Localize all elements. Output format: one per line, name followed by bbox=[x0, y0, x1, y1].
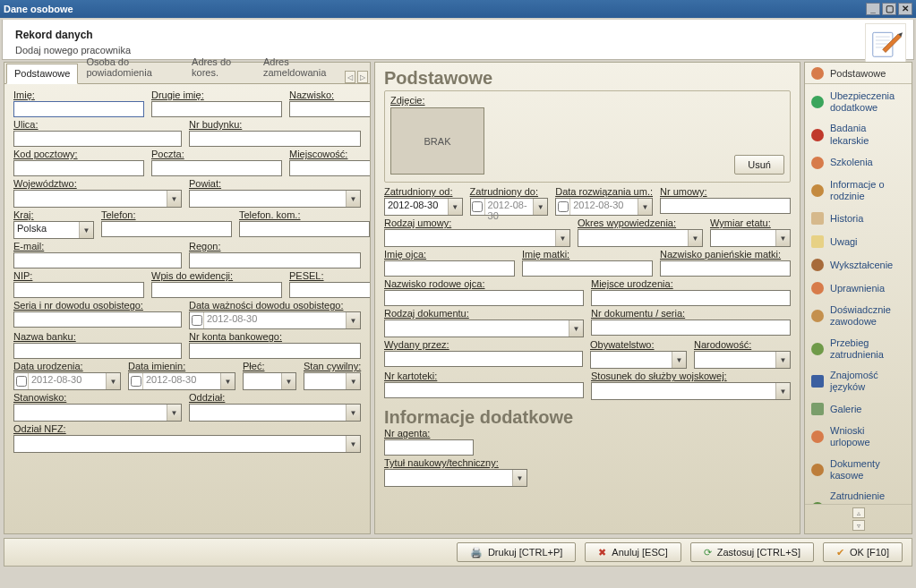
workload-combo[interactable]: ▼ bbox=[710, 229, 791, 247]
street-input[interactable] bbox=[13, 131, 182, 147]
mother-name-input[interactable] bbox=[522, 260, 653, 277]
mother-maiden-input[interactable] bbox=[660, 260, 791, 277]
military-combo[interactable]: ▼ bbox=[591, 382, 791, 400]
father-family-input[interactable] bbox=[384, 290, 584, 306]
tab-scroll-right-icon[interactable]: ▷ bbox=[357, 71, 368, 83]
label-bank: Nazwa banku: bbox=[13, 331, 182, 342]
voivodeship-combo[interactable]: ▼ bbox=[13, 190, 182, 208]
ok-button[interactable]: ✔OK [F10] bbox=[823, 542, 903, 562]
marital-combo[interactable]: ▼ bbox=[304, 372, 361, 390]
label-employed-from: Zatrudniony od: bbox=[384, 186, 463, 197]
notice-combo[interactable]: ▼ bbox=[578, 229, 703, 247]
tab-adres-zameld[interactable]: Adres zameldowania bbox=[255, 52, 345, 83]
nav-cash-docs[interactable]: Dokumenty kasowe bbox=[807, 454, 910, 486]
county-combo[interactable]: ▼ bbox=[189, 190, 361, 208]
father-name-input[interactable] bbox=[384, 260, 515, 277]
birthplace-input[interactable] bbox=[591, 290, 791, 306]
chevron-down-icon: ▼ bbox=[346, 191, 360, 207]
pesel-input[interactable] bbox=[289, 282, 370, 298]
nav-scroll-down-icon[interactable]: ▿ bbox=[852, 520, 865, 531]
sex-combo[interactable]: ▼ bbox=[243, 372, 296, 390]
doc-number-input[interactable] bbox=[591, 320, 791, 336]
label-military: Stosunek do służby wojskowej: bbox=[591, 371, 791, 381]
minimize-button[interactable]: _ bbox=[866, 3, 880, 15]
nav-notes[interactable]: Uwagi bbox=[807, 230, 910, 253]
nav-scroll-up-icon[interactable]: ▵ bbox=[852, 507, 865, 518]
phone-input[interactable] bbox=[101, 221, 232, 237]
wpis-input[interactable] bbox=[151, 282, 282, 298]
tab-scroll-left-icon[interactable]: ◁ bbox=[345, 71, 355, 83]
termination-date[interactable]: 2012-08-30▼ bbox=[555, 198, 653, 216]
delete-photo-button[interactable]: Usuń bbox=[734, 155, 784, 175]
tab-osoba[interactable]: Osoba do powiadomienia bbox=[78, 52, 184, 83]
tab-adres-kores[interactable]: Adres do kores. bbox=[184, 52, 255, 83]
chevron-down-icon: ▼ bbox=[688, 230, 702, 246]
chevron-down-icon: ▼ bbox=[775, 352, 790, 368]
bank-input[interactable] bbox=[13, 343, 182, 359]
building-input[interactable] bbox=[189, 131, 361, 147]
branch-combo[interactable]: ▼ bbox=[189, 404, 361, 422]
label-contract-no: Nr umowy: bbox=[660, 186, 791, 197]
sci-title-combo[interactable]: ▼ bbox=[384, 469, 527, 487]
employed-to-check[interactable] bbox=[472, 201, 483, 212]
nav-experience[interactable]: Doświadcznie zawodowe bbox=[807, 300, 910, 332]
country-combo[interactable]: Polska▼ bbox=[13, 221, 94, 239]
birth-date[interactable]: 2012-08-30▼ bbox=[13, 372, 121, 390]
agent-no-input[interactable] bbox=[384, 439, 474, 456]
nav-trainings[interactable]: Szkolenia bbox=[807, 151, 910, 175]
nav-galleries[interactable]: Galerie bbox=[807, 397, 910, 421]
nav-education[interactable]: Wykształcenie bbox=[807, 253, 910, 277]
nav-history[interactable]: Historia bbox=[807, 207, 910, 230]
second-name-input[interactable] bbox=[151, 101, 282, 117]
nav-family[interactable]: Informacje o rodzinie bbox=[807, 175, 910, 207]
post-input[interactable] bbox=[151, 160, 282, 176]
zip-input[interactable] bbox=[13, 160, 144, 176]
nfz-combo[interactable]: ▼ bbox=[13, 435, 361, 453]
id-doc-input[interactable] bbox=[13, 311, 182, 328]
employed-to-date[interactable]: 2012-08-30▼ bbox=[470, 198, 549, 216]
doc-type-combo[interactable]: ▼ bbox=[384, 320, 584, 337]
surname-input[interactable] bbox=[289, 101, 370, 117]
nav-leave[interactable]: Wnioski urlopowe bbox=[807, 421, 910, 453]
birth-date-check[interactable] bbox=[16, 376, 27, 387]
nameday-check[interactable] bbox=[131, 376, 141, 387]
medical-icon bbox=[810, 128, 825, 142]
contract-type-combo[interactable]: ▼ bbox=[384, 229, 570, 247]
left-form: Imię: Drugie imię: Nazwisko: Ulica: Nr b… bbox=[4, 84, 370, 533]
print-button[interactable]: 🖨️Drukuj [CTRL+P] bbox=[457, 542, 576, 562]
chevron-down-icon: ▼ bbox=[79, 222, 93, 238]
citizenship-combo[interactable]: ▼ bbox=[590, 351, 687, 369]
nameday-date[interactable]: 2012-08-30▼ bbox=[128, 372, 235, 390]
tab-podstawowe[interactable]: Podstawowe bbox=[6, 64, 78, 84]
file-no-input[interactable] bbox=[384, 382, 584, 398]
id-doc-validity-check[interactable] bbox=[192, 315, 202, 326]
nip-input[interactable] bbox=[13, 282, 144, 298]
first-name-input[interactable] bbox=[13, 101, 144, 117]
nav-medical[interactable]: Badania lekarskie bbox=[807, 118, 910, 150]
city-input[interactable] bbox=[289, 160, 370, 176]
nav-attach-a[interactable]: Zatrudnienie pracownika - załaczniki (A) bbox=[807, 486, 910, 504]
termination-check[interactable] bbox=[558, 201, 569, 212]
nav-permissions[interactable]: Uprawnienia bbox=[807, 277, 910, 300]
close-button[interactable]: ✕ bbox=[898, 3, 912, 15]
issued-by-input[interactable] bbox=[384, 351, 583, 367]
employed-from-date[interactable]: 2012-08-30▼ bbox=[384, 198, 463, 216]
label-branch: Oddział: bbox=[189, 392, 361, 403]
apply-button[interactable]: ⟳Zastosuj [CTRL+S] bbox=[690, 542, 814, 562]
position-combo[interactable]: ▼ bbox=[13, 404, 182, 422]
nav-languages[interactable]: Znajomość języków bbox=[807, 365, 910, 397]
regon-input[interactable] bbox=[189, 252, 361, 268]
email-input[interactable] bbox=[13, 252, 182, 268]
contract-no-input[interactable] bbox=[660, 198, 791, 214]
nationality-combo[interactable]: ▼ bbox=[694, 351, 791, 369]
maximize-button[interactable]: ▢ bbox=[882, 3, 896, 15]
mobile-input[interactable] bbox=[239, 221, 370, 237]
cancel-button[interactable]: ✖Anuluj [ESC] bbox=[585, 542, 681, 562]
label-contract-type: Rodzaj umowy: bbox=[384, 217, 570, 228]
id-doc-validity-date[interactable]: 2012-08-30▼ bbox=[189, 311, 361, 329]
right-header[interactable]: Podstawowe bbox=[805, 63, 912, 84]
account-input[interactable] bbox=[189, 343, 361, 359]
nav-employment[interactable]: Przebieg zatrudnienia bbox=[807, 333, 910, 365]
label-mother-name: Imię matki: bbox=[522, 249, 653, 260]
nav-insurance[interactable]: Ubezpieczenia dodatkowe bbox=[807, 86, 910, 118]
